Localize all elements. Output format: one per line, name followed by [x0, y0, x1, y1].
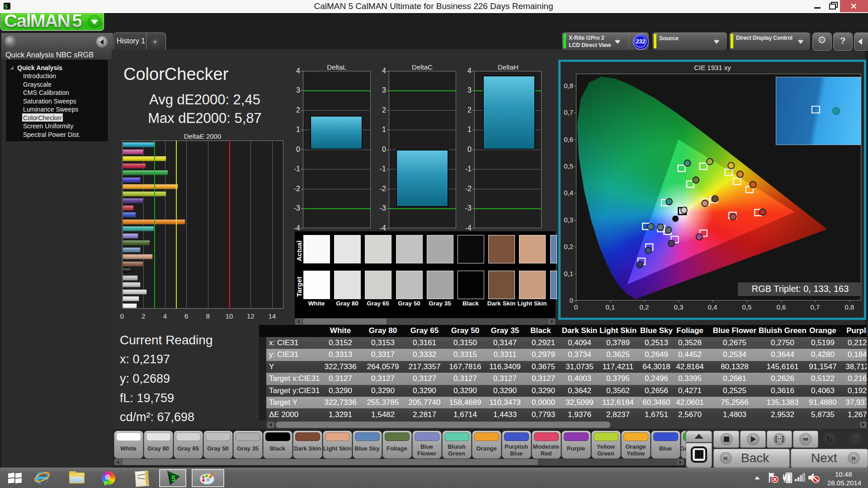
- svg-text:5: 5: [171, 475, 175, 483]
